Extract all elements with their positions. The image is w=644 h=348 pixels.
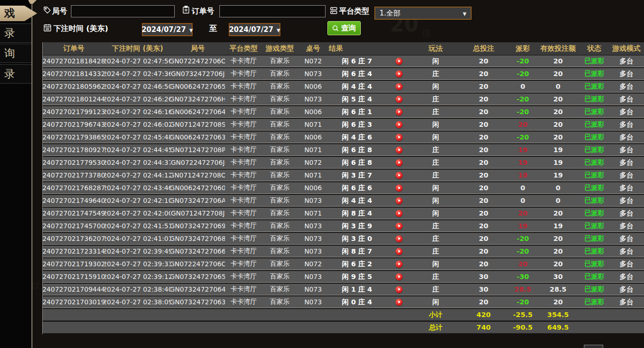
cell-status: 已派彩 [580,271,609,282]
cell-valid: 20 [536,68,580,79]
play-video-icon[interactable] [396,223,403,230]
table-row: 2407270217737802024-07-27 02:44:12GN0712… [43,170,644,181]
table-row: 2407270217233142024-07-27 02:39:49GN0732… [43,246,644,257]
table-row: 2407270217457002024-07-27 02:41:51GN0732… [43,220,644,232]
play-video-icon[interactable] [396,185,403,192]
table-row: 2407270217362072024-07-27 02:41:01GN0732… [43,233,644,245]
cell-round: GN07324727066 [171,246,225,257]
play-video-icon[interactable] [396,159,403,166]
play-video-icon[interactable] [396,299,403,306]
cell-payout: -20 [509,106,536,117]
cell-order: 240727021745700 [43,220,105,232]
order-input[interactable] [219,5,326,17]
play-video-icon[interactable] [396,134,403,141]
result-cell: 闲 3 庄 0 [329,233,413,244]
cell-valid: 20 [536,258,580,270]
cell-bet: 20 [458,296,509,308]
cell-payout: 19 [509,157,536,168]
date-to-picker[interactable]: 2024/07/27 [229,23,280,36]
result-text: 闲 1 庄 4 [329,285,385,294]
cell-play: 闲 [413,55,458,67]
result-cell: 闲 6 庄 8 [329,144,413,155]
table-row: 2407270217938652024-07-27 02:45:48GN0062… [43,131,644,143]
chevron-down-icon [189,25,193,34]
cell-play: 庄 [413,68,458,79]
pagination-button-partial[interactable] [584,345,603,348]
platform-select[interactable]: 1.全部 [374,7,472,20]
cell-round: GN0722472706O [171,55,225,67]
cell-platform: 卡卡湾厅 [225,119,262,130]
table-row: 2407270217991232024-07-27 02:46:16GN0062… [43,106,644,118]
result-text: 闲 3 庄 7 [329,171,385,180]
cell-game: 百家乐 [262,55,297,67]
cell-round: GN0722472706J [171,157,225,168]
cell-time: 2024-07-27 02:38:40 [105,284,171,295]
result-cell: 闲 6 庄 3 [329,119,413,130]
play-video-icon[interactable] [396,210,403,217]
cell-valid: 0 [536,182,580,193]
result-cell: 闲 4 庄 6 [329,131,413,143]
cell-valid: 20 [536,106,580,117]
play-video-icon[interactable] [396,235,403,242]
play-video-icon[interactable] [396,172,403,179]
column-header-valid: 有效投注额 [536,42,580,55]
column-header-payout: 派彩 [509,42,536,55]
platform-label: 平台类型 [339,7,369,16]
cell-table: N073 [297,195,329,206]
query-button[interactable]: 查询 [327,21,361,35]
cell-game: 百家乐 [262,296,297,308]
play-video-icon[interactable] [396,108,403,116]
cell-round: GN07324727065 [171,271,225,282]
column-header-platform: 平台类型 [225,42,262,55]
play-video-icon[interactable] [396,286,403,293]
cell-time: 2024-07-27 02:46:50 [105,81,171,92]
cell-game: 百家乐 [262,220,297,232]
cell-platform: 卡卡湾厅 [225,131,262,143]
cell-play: 庄 [413,106,458,117]
cell-table: N072 [297,55,329,67]
cell-mode: 多台 [609,258,644,270]
cell-bet: 20 [458,220,509,232]
result-text: 闲 8 庄 4 [329,209,385,218]
play-video-icon[interactable] [396,147,403,154]
cell-valid: 28.5 [536,284,580,295]
cell-status: 已派彩 [580,182,609,193]
sidebar-tab-3[interactable]: 录 [0,64,31,84]
cell-platform: 卡卡湾厅 [225,208,262,219]
cell-valid: 19 [536,170,580,181]
cell-valid: 20 [536,208,580,219]
play-video-icon[interactable] [396,70,403,77]
play-video-icon[interactable] [396,197,403,204]
sidebar-tab-2[interactable]: 询 [0,44,31,63]
play-video-icon[interactable] [396,96,403,103]
result-cell: 闲 4 庄 4 [329,81,413,92]
play-video-icon[interactable] [396,58,403,65]
cell-payout: 0 [509,195,536,206]
cell-order: 240727021793865 [43,131,105,143]
cell-bet: 30 [458,284,509,295]
cell-status: 已派彩 [580,68,609,79]
result-cell: 闲 5 庄 4 [329,93,413,105]
play-video-icon[interactable] [396,261,403,268]
cell-payout: 20 [509,208,536,219]
cell-platform: 卡卡湾厅 [225,258,262,270]
cell-status: 已派彩 [580,208,609,219]
sidebar-tab-0[interactable]: 戏 [0,6,37,21]
cell-platform: 卡卡湾厅 [225,233,262,244]
play-video-icon[interactable] [396,248,403,255]
cell-time: 2024-07-27 02:44:37 [105,157,171,168]
chevron-down-icon [277,25,280,34]
play-video-icon[interactable] [396,121,403,128]
result-cell: 闲 4 庄 4 [329,195,413,206]
round-input[interactable] [71,5,175,17]
result-text: 闲 4 庄 6 [329,133,385,142]
sidebar-tab-1[interactable]: 录 [0,23,31,43]
cell-status: 已派彩 [580,131,609,143]
cell-table: N071 [297,144,329,155]
cell-play: 闲 [413,182,458,193]
cell-payout: 0 [509,182,536,193]
play-video-icon[interactable] [396,273,403,280]
date-from-picker[interactable]: 2024/07/27 [142,23,193,36]
cell-mode: 多台 [609,296,644,308]
play-video-icon[interactable] [396,83,403,90]
